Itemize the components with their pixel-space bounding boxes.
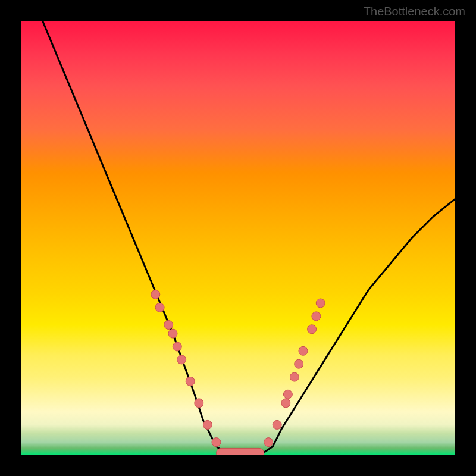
data-point-right-2 [281, 399, 290, 408]
data-point-right-4 [290, 372, 299, 381]
band-group [217, 448, 264, 455]
points-group [151, 290, 325, 446]
data-point-left-5 [177, 355, 186, 364]
data-point-right-7 [308, 325, 317, 334]
data-point-left-7 [195, 399, 203, 408]
data-point-left-3 [168, 329, 177, 338]
data-point-left-6 [186, 377, 195, 386]
data-point-left-0 [151, 290, 160, 299]
data-point-right-5 [295, 359, 303, 368]
data-point-right-9 [316, 299, 325, 308]
plot-area [21, 21, 455, 455]
optimal-range-band [217, 448, 264, 455]
data-point-right-3 [283, 390, 292, 399]
curve-group [43, 21, 456, 455]
bottleneck-curve [43, 21, 456, 455]
data-point-right-6 [299, 346, 308, 355]
data-point-left-9 [212, 438, 221, 447]
data-point-right-8 [312, 312, 321, 321]
data-point-left-4 [173, 342, 181, 351]
data-point-left-8 [203, 420, 212, 429]
data-point-right-1 [273, 420, 281, 429]
data-point-right-0 [264, 438, 273, 447]
data-point-left-2 [164, 321, 173, 330]
chart-frame: TheBottleneck.com [0, 0, 476, 476]
chart-svg [21, 21, 455, 455]
watermark-text: TheBottleneck.com [364, 5, 465, 18]
data-point-left-1 [155, 303, 164, 312]
